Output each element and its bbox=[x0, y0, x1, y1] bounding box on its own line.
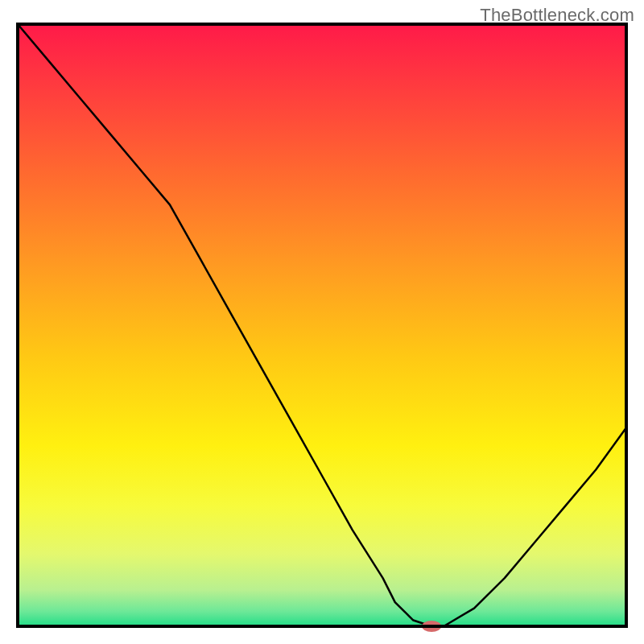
plot-background bbox=[18, 24, 626, 626]
watermark-label: TheBottleneck.com bbox=[480, 5, 634, 26]
bottleneck-chart bbox=[0, 0, 644, 644]
chart-container: TheBottleneck.com bbox=[0, 0, 644, 644]
